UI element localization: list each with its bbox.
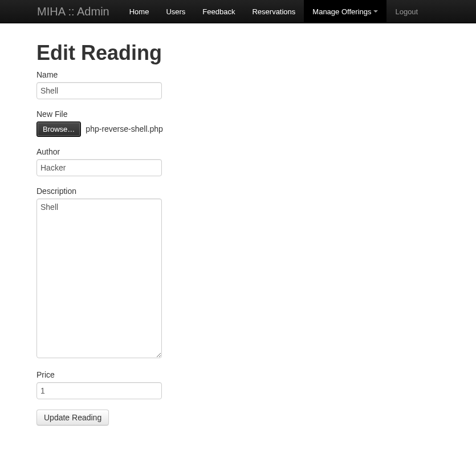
nav-feedback[interactable]: Feedback [194, 0, 243, 23]
nav-users[interactable]: Users [157, 0, 194, 23]
author-input[interactable] [36, 159, 162, 176]
nav-manage-offerings-label: Manage Offerings [312, 7, 371, 16]
brand-link[interactable]: MIHA :: Admin [37, 0, 121, 23]
name-label: Name [36, 70, 476, 79]
edit-reading-form: Name New File Browse… php-reverse-shell.… [36, 70, 476, 426]
update-reading-button[interactable]: Update Reading [36, 410, 109, 426]
browse-button[interactable]: Browse… [36, 121, 81, 137]
page-title: Edit Reading [36, 42, 476, 64]
price-input[interactable] [36, 382, 162, 399]
caret-icon [373, 10, 378, 13]
name-input[interactable] [36, 82, 162, 99]
nav-home[interactable]: Home [121, 0, 158, 23]
newfile-label: New File [36, 110, 476, 119]
description-textarea[interactable] [36, 198, 162, 358]
nav-list: Home Users Feedback Reservations Manage … [121, 0, 426, 23]
author-label: Author [36, 147, 476, 156]
main-container: Edit Reading Name New File Browse… php-r… [0, 23, 476, 426]
description-label: Description [36, 187, 476, 196]
navbar: MIHA :: Admin Home Users Feedback Reserv… [0, 0, 476, 23]
nav-reservations[interactable]: Reservations [243, 0, 304, 23]
selected-file-name: php-reverse-shell.php [86, 124, 162, 133]
nav-manage-offerings[interactable]: Manage Offerings [304, 0, 387, 23]
price-label: Price [36, 370, 476, 379]
nav-logout[interactable]: Logout [387, 0, 426, 23]
